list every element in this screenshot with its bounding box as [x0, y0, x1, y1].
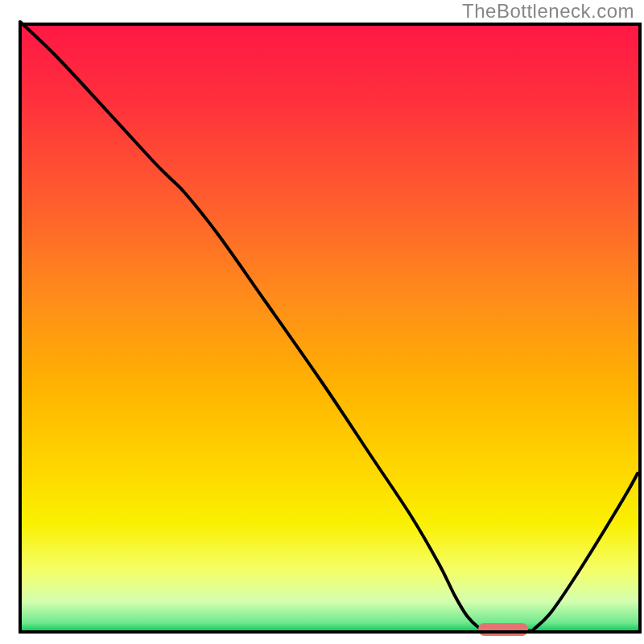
chart-container: TheBottleneck.com: [0, 0, 644, 644]
target-range-marker: [478, 623, 528, 636]
watermark-text: TheBottleneck.com: [462, 0, 634, 23]
bottleneck-chart: [0, 0, 644, 644]
